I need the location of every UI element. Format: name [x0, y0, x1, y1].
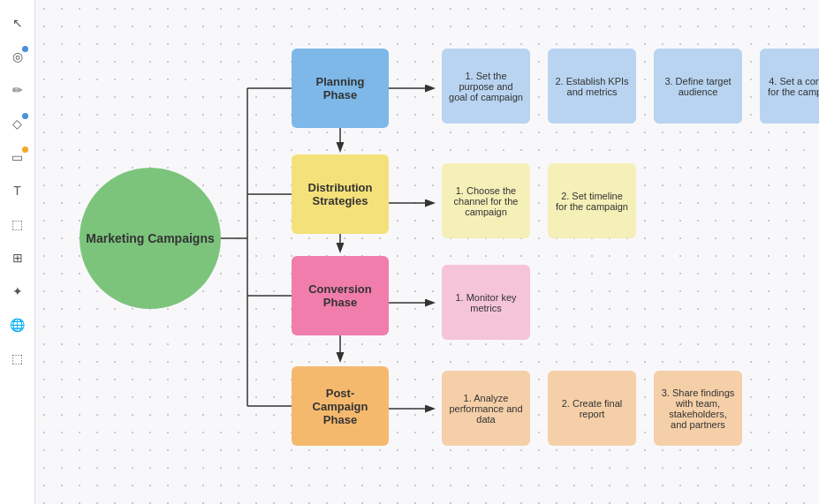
phase-distribution[interactable]: Distribution Strategies [292, 154, 389, 234]
shape-icon[interactable]: ◇ [5, 111, 30, 136]
phase-postcampaign-label: Post-Campaign Phase [299, 387, 382, 426]
sub-card-planning-1-label: 1. Set the purpose and goal of campaign [449, 71, 523, 102]
phase-postcampaign[interactable]: Post-Campaign Phase [292, 366, 389, 446]
toolbar: ↖ ◎ ✏ ◇ ▭ T ⬚ ⊞ ✦ 🌐 ⬚ [0, 0, 35, 504]
phase-conversion-label: Conversion Phase [299, 282, 382, 309]
center-circle-label: Marketing Campaigns [86, 231, 214, 245]
sub-card-planning-2-label: 2. Establish KPIs and metrics [555, 76, 629, 97]
star-icon[interactable]: ✦ [5, 279, 30, 304]
center-circle: Marketing Campaigns [80, 168, 221, 309]
sub-card-planning-1[interactable]: 1. Set the purpose and goal of campaign [442, 49, 530, 124]
globe-icon[interactable]: 🌐 [5, 312, 30, 337]
sub-card-conversion-1-label: 1. Monitor key metrics [449, 292, 523, 313]
comment-icon[interactable]: ▭ [5, 145, 30, 169]
phase-planning-label: Planning Phase [299, 75, 382, 102]
sub-card-postcampaign-2[interactable]: 2. Create final report [548, 371, 636, 446]
sub-card-planning-3[interactable]: 3. Define target audience [654, 49, 742, 124]
sub-card-conversion-1[interactable]: 1. Monitor key metrics [442, 265, 530, 340]
sub-card-postcampaign-2-label: 2. Create final report [555, 398, 629, 419]
pen-icon[interactable]: ✏ [5, 78, 30, 102]
sub-card-distribution-2-label: 2. Set timeline for the campaign [555, 191, 629, 212]
sub-card-planning-4-label: 4. Set a concept for the campaign [767, 76, 819, 97]
eraser-icon[interactable]: ⬚ [5, 212, 30, 237]
cursor-icon[interactable]: ↖ [5, 11, 30, 35]
sub-card-distribution-1-label: 1. Choose the channel for the campaign [449, 185, 523, 217]
phase-conversion[interactable]: Conversion Phase [292, 256, 389, 335]
image-icon[interactable]: ⬚ [5, 346, 30, 371]
phase-distribution-label: Distribution Strategies [299, 181, 382, 207]
sub-card-planning-3-label: 3. Define target audience [661, 76, 735, 97]
sub-card-distribution-1[interactable]: 1. Choose the channel for the campaign [442, 163, 530, 238]
phase-planning[interactable]: Planning Phase [292, 49, 389, 128]
canvas: Marketing Campaigns Planning Phase Distr… [35, 0, 819, 504]
shapes-icon[interactable]: ◎ [5, 44, 30, 69]
sub-card-planning-4[interactable]: 4. Set a concept for the campaign [760, 49, 819, 124]
sub-card-postcampaign-3[interactable]: 3. Share findings with team, stakeholder… [654, 371, 742, 446]
sub-card-postcampaign-3-label: 3. Share findings with team, stakeholder… [661, 387, 735, 430]
sub-card-distribution-2[interactable]: 2. Set timeline for the campaign [548, 163, 636, 238]
text-icon[interactable]: T [5, 178, 30, 203]
sub-card-postcampaign-1-label: 1. Analyze performance and data [449, 393, 523, 425]
sub-card-postcampaign-1[interactable]: 1. Analyze performance and data [442, 371, 530, 446]
grid-icon[interactable]: ⊞ [5, 245, 30, 270]
sub-card-planning-2[interactable]: 2. Establish KPIs and metrics [548, 49, 636, 124]
